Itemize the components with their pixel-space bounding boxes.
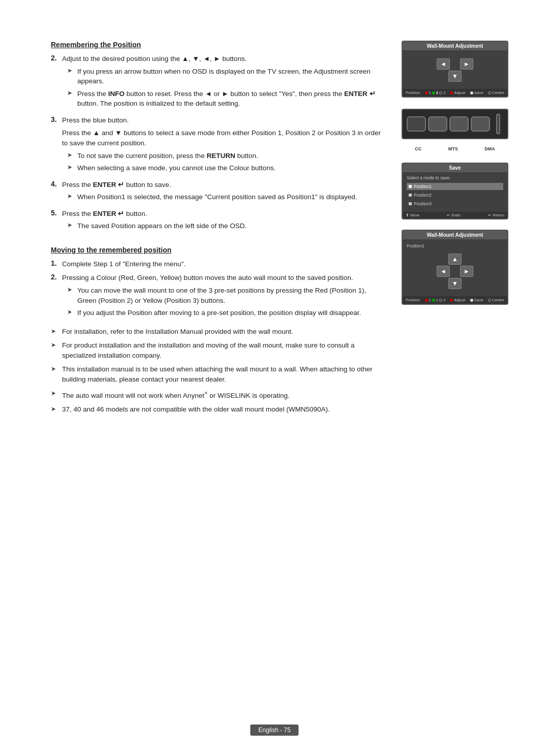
tv-right-btn[interactable]: ► (460, 58, 473, 70)
tv-up-btn-3[interactable]: ▲ (448, 254, 462, 265)
arrow-row-3-mid: ◄ ► (437, 266, 473, 277)
arrow-buttons-area-3: ▲ ◄ ► ▼ (437, 254, 473, 289)
bullet-1: ➤ For installation, refer to the Install… (51, 327, 386, 337)
remote-small-btns (496, 114, 500, 134)
btn-label-mts: MTS (448, 146, 458, 151)
s2-item-2: 2. Pressing a Colour (Red, Green, Yellow… (51, 273, 386, 320)
footer-adjust: Adjust (450, 90, 465, 95)
subitem-s2-2-1-text: You can move the wall mount to one of th… (77, 286, 386, 305)
s2-item-1-num: 1. (51, 259, 59, 267)
footer-pos-nums: 1 2 3 (425, 90, 446, 95)
tv-down-btn[interactable]: ▼ (448, 71, 462, 82)
item-3: 3. Press the blue button. Press the ▲ an… (51, 115, 386, 176)
save-label-3: Save (474, 298, 483, 302)
save-footer-enter: ↵ Enter (447, 213, 461, 217)
save-opt-label-1: Position1 (414, 184, 432, 189)
remote-btn-row (407, 116, 490, 132)
s2-item-2-num: 2. (51, 273, 59, 281)
tv-panel-3-header: Wall-Mount Adjustment (403, 231, 507, 239)
tv-panel-1-header: Wall-Mount Adjustment (403, 42, 507, 50)
p3-dot-3 (439, 299, 442, 302)
save-dot-3 (470, 299, 473, 302)
bullet-2-text: For product installation and the install… (62, 340, 386, 360)
pos-dot-3 (439, 91, 442, 94)
item-5-text: Press the ENTER ↵ button. (62, 210, 147, 217)
p3-pos-2: 2 (436, 298, 438, 302)
subitem-2-2-text: Press the INFO button to reset. Press th… (77, 89, 386, 109)
section1-heading: Remembering the Position (51, 41, 386, 49)
remote-slim-1[interactable] (496, 114, 500, 134)
save-opt-label-3: Position3 (414, 201, 432, 206)
remote-btn-2[interactable] (428, 116, 447, 132)
p3-pos-1: 1 (429, 298, 431, 302)
tv-panel-1-body: ◄ ► ▼ (403, 50, 507, 89)
remote-btn-1[interactable] (407, 116, 426, 132)
s2-item-1-content: Complete Step 1 of "Entering the menu". (62, 259, 386, 269)
tv-left-btn[interactable]: ◄ (437, 58, 450, 70)
arrow-row-bot: ▼ (448, 71, 462, 82)
remote-btn-3[interactable] (449, 116, 469, 132)
arrow-row-3-top: ▲ (448, 254, 462, 265)
save-opt-dot-1 (409, 185, 412, 188)
adjust-label: Adjust (454, 90, 465, 95)
footer-3-position: Position (406, 298, 420, 302)
bullet-arrow-1: ➤ (51, 328, 58, 335)
centre-dot-3 (488, 299, 491, 302)
item-3-num: 3. (51, 115, 59, 123)
subitem-5-1: ➤ The saved Position appears on the left… (67, 221, 386, 231)
save-panel-subtitle: Select a mode to save. (407, 175, 503, 180)
save-option-2[interactable]: Position2 (407, 192, 503, 199)
save-option-3[interactable]: Position3 (407, 200, 503, 207)
bullet-arrow-4: ➤ (51, 390, 58, 397)
tv-down-btn-3[interactable]: ▼ (448, 278, 462, 289)
bullet-arrow-3: ➤ (51, 365, 58, 372)
item-2-num: 2. (51, 54, 59, 62)
item-5-subitems: ➤ The saved Position appears on the left… (67, 221, 386, 231)
tv-left-btn-3[interactable]: ◄ (437, 266, 450, 277)
footer-centre: Centre (488, 90, 504, 95)
item-4-subitems: ➤ When Position1 is selected, the messag… (67, 192, 386, 202)
item-2-text: Adjust to the desired position using the… (62, 55, 247, 62)
item-4-content: Press the ENTER ↵ button to save. ➤ When… (62, 180, 386, 205)
subitem-2-2: ➤ Press the INFO button to reset. Press … (67, 89, 386, 109)
subitem-s2-2-2: ➤ If you adjust the Position after movin… (67, 308, 386, 318)
remote-btn-4[interactable] (471, 116, 490, 132)
tv-panel-3: Wall-Mount Adjustment Position1 ▲ ◄ ► (402, 230, 508, 305)
bullet-4: ➤ The auto wall mount will not work when… (51, 389, 386, 400)
s2-item-2-subitems: ➤ You can move the wall mount to one of … (67, 286, 386, 318)
subitem-s2-2-1: ➤ You can move the wall mount to one of … (67, 286, 386, 305)
bullet-5-text: 37, 40 and 46 models are not compatible … (62, 404, 330, 415)
arrow-5-1: ➤ (67, 222, 74, 229)
save-option-1[interactable]: Position1 (407, 183, 503, 190)
remote-btn-labels: CC MTS DMA (402, 146, 508, 151)
tv-panel-1-footer: Position 1 2 3 Adjust (403, 89, 507, 97)
save-panel-body: Select a mode to save. Position1 Positio… (403, 172, 507, 212)
arrow-row-mid: ◄ ► (437, 58, 473, 70)
item-2-content: Adjust to the desired position using the… (62, 54, 386, 111)
adj-dot-3 (450, 299, 453, 302)
arrow-4-1: ➤ (67, 193, 74, 200)
arrow-buttons-area: ◄ ► ▼ (437, 57, 473, 82)
s2-item-2-content: Pressing a Colour (Red, Green, Yellow) b… (62, 273, 386, 320)
p3-dot-1 (425, 299, 428, 302)
save-panel-footer: ⬆ Move ↵ Enter ↩ Return (403, 212, 507, 218)
bullet-2: ➤ For product installation and the insta… (51, 340, 386, 360)
bullet-4-text: The auto wall mount will not work when A… (62, 389, 290, 400)
subitem-s2-2-2-text: If you adjust the Position after moving … (77, 308, 386, 318)
footer-3-save: Save (470, 298, 483, 302)
btn-label-dma: DMA (484, 146, 495, 151)
subitem-3-1: ➤ To not save the current position, pres… (67, 151, 386, 161)
bullet-3: ➤ This installation manual is to be used… (51, 364, 386, 384)
subitem-4-1: ➤ When Position1 is selected, the messag… (67, 192, 386, 202)
item-5-num: 5. (51, 209, 59, 217)
bullet-3-text: This installation manual is to be used w… (62, 364, 386, 384)
pos-2-label: 2 (436, 90, 438, 95)
adjust-dot (450, 91, 453, 94)
section2-heading: Moving to the remembered position (51, 246, 386, 254)
tv-right-btn-3[interactable]: ► (460, 266, 473, 277)
bullet-arrow-2: ➤ (51, 341, 58, 349)
footer-3-adjust: Adjust (450, 298, 465, 302)
arrow-row-3-bot: ▼ (448, 278, 462, 289)
right-column: Wall-Mount Adjustment ◄ ► ▼ (402, 41, 508, 418)
subitem-3-1-text: To not save the current position, press … (77, 151, 386, 161)
